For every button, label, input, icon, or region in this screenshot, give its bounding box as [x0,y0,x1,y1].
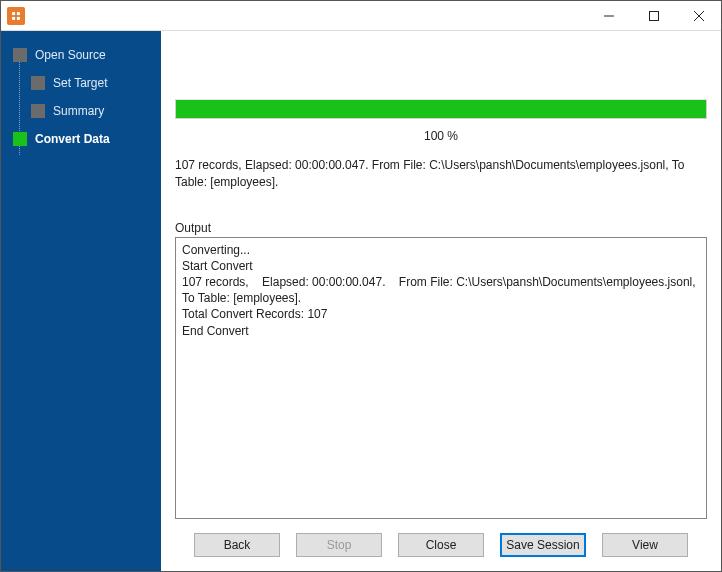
nav-label: Convert Data [35,132,110,146]
step-box-icon [13,132,27,146]
titlebar [1,1,721,31]
save-session-button[interactable]: Save Session [500,533,586,557]
nav-label: Set Target [53,76,107,90]
output-label: Output [175,221,707,235]
nav-label: Open Source [35,48,106,62]
status-line: 107 records, Elapsed: 00:00:00.047. From… [175,157,707,191]
close-button[interactable] [676,1,721,30]
progress-bar-fill [176,100,706,118]
nav-item-convert-data[interactable]: Convert Data [1,125,161,153]
window-controls [586,1,721,30]
back-button[interactable]: Back [194,533,280,557]
maximize-button[interactable] [631,1,676,30]
close-dialog-button[interactable]: Close [398,533,484,557]
nav-item-summary[interactable]: Summary [1,97,161,125]
stop-button[interactable]: Stop [296,533,382,557]
nav-item-open-source[interactable]: Open Source [1,41,161,69]
view-button[interactable]: View [602,533,688,557]
step-box-icon [13,48,27,62]
content: 100 % 107 records, Elapsed: 00:00:00.047… [161,31,721,571]
step-box-icon [31,104,45,118]
button-row: Back Stop Close Save Session View [175,519,707,563]
nav-item-set-target[interactable]: Set Target [1,69,161,97]
nav-label: Summary [53,104,104,118]
step-box-icon [31,76,45,90]
minimize-button[interactable] [586,1,631,30]
svg-rect-1 [649,11,658,20]
app-icon [7,7,25,25]
progress-label: 100 % [175,129,707,143]
sidebar: Open Source Set Target Summary Convert D… [1,31,161,571]
output-textarea[interactable]: Converting... Start Convert 107 records,… [175,237,707,519]
main: Open Source Set Target Summary Convert D… [1,31,721,571]
progress-bar-track [175,99,707,119]
